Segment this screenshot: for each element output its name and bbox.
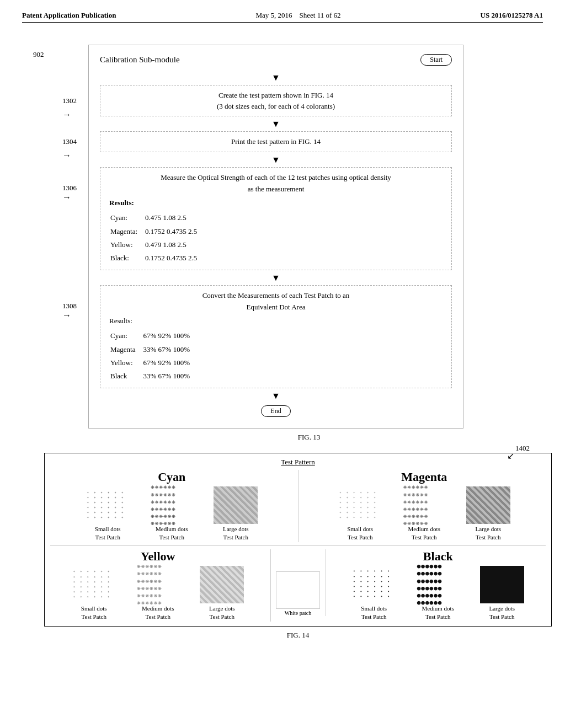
- patch-label-black-medium: Medium dots Test Patch: [422, 604, 454, 622]
- end-wrapper: End: [100, 403, 452, 419]
- patch-label-black-small: Small dots Test Patch: [361, 604, 387, 622]
- tp-title: Test Pattern: [50, 458, 546, 467]
- header-date: May 5, 2016 Sheet 11 of 62: [255, 11, 340, 20]
- cyan-section: Cyan ✦ ✦ ✦ ✦ ✦ ✦ ✦ ✦ ✦ ✦ ✦ ✦ ✦ ✦ ✦ ✦ ✦ ✦…: [50, 470, 299, 542]
- magenta-large-dots: Large dots Test Patch: [458, 486, 519, 542]
- patch-label-yellow-large: Large dots Test Patch: [209, 604, 235, 622]
- yellow-small-dots: ✦ ✦ ✦ ✦ ✦ ✦ ✦ ✦ ✦ ✦ ✦ ✦ ✦ ✦ ✦ ✦ ✦ ✦ ✦ ✦ …: [63, 566, 124, 622]
- patch-label-magenta-small: Small dots Test Patch: [347, 525, 373, 542]
- magenta-small-grid: ✦ ✦ ✦ ✦ ✦ ✦ ✦ ✦ ✦ ✦ ✦ ✦ ✦ ✦ ✦ ✦ ✦ ✦ ✦ ✦ …: [338, 486, 382, 524]
- black-section: Black • • • • • • • • • • • • • • • • • …: [326, 549, 546, 622]
- table-row: Cyan: 67% 92% 100%: [110, 330, 196, 342]
- page-header: Patent Application Publication May 5, 20…: [22, 11, 543, 23]
- label-902: 902: [33, 50, 44, 59]
- arrow-to-box3: →: [62, 192, 71, 202]
- arrow-to-box1: →: [62, 110, 71, 120]
- fc-title: Calibration Sub-module: [100, 55, 180, 65]
- arrow-5: ▼: [100, 390, 452, 401]
- results2-block: Results: Cyan: 67% 92% 100% Magenta 33% …: [109, 315, 443, 383]
- arrow-to-box4: →: [62, 311, 71, 320]
- box3-wrapper: 1306 → Measure the Optical Strength of e…: [100, 167, 452, 270]
- arrow-4: ▼: [100, 272, 452, 283]
- arrow-1402: ↙: [507, 451, 514, 461]
- flowchart-container: Calibration Sub-module Start ▼ 1302 → Cr…: [88, 45, 463, 429]
- patch-label-cyan-medium: Medium dots Test Patch: [156, 525, 188, 542]
- box4-title: Convert the Measurements of each Test Pa…: [109, 290, 443, 313]
- yellow-medium-grid: ❋❋❋❋❋❋ ❋❋❋❋❋❋ ❋❋❋❋❋❋ ❋❋❋❋❋❋ ❋❋❋❋❋❋ ❋❋❋❋❋…: [136, 566, 180, 603]
- page: Patent Application Publication May 5, 20…: [0, 0, 565, 728]
- patch-label-black-large: Large dots Test Patch: [489, 604, 515, 622]
- table-row: Black: 0.1752 0.4735 2.5: [110, 252, 204, 264]
- yellow-medium-dots: ❋❋❋❋❋❋ ❋❋❋❋❋❋ ❋❋❋❋❋❋ ❋❋❋❋❋❋ ❋❋❋❋❋❋ ❋❋❋❋❋…: [127, 566, 188, 622]
- table-row: Black 33% 67% 100%: [110, 370, 196, 382]
- cyan-patches: ✦ ✦ ✦ ✦ ✦ ✦ ✦ ✦ ✦ ✦ ✦ ✦ ✦ ✦ ✦ ✦ ✦ ✦ ✦ ✦ …: [50, 486, 294, 542]
- patch-label-cyan-small: Small dots Test Patch: [95, 525, 121, 542]
- box3: Measure the Optical Strength of each of …: [100, 167, 452, 270]
- cyan-medium-grid: ❋❋❋❋❋❋ ❋❋❋❋❋❋ ❋❋❋❋❋❋ ❋❋❋❋❋❋ ❋❋❋❋❋❋ ❋❋❋❋❋…: [150, 486, 194, 524]
- main-content: 902 Calibration Sub-module Start ▼ 1302 …: [22, 39, 543, 640]
- box2: Print the test pattern in FIG. 14: [100, 131, 452, 152]
- magenta-label: Magenta: [303, 470, 546, 484]
- arrow-3: ▼: [100, 154, 452, 165]
- tp-bottom-row: Yellow ✦ ✦ ✦ ✦ ✦ ✦ ✦ ✦ ✦ ✦ ✦ ✦ ✦ ✦ ✦ ✦ ✦…: [50, 549, 546, 622]
- label-1304: 1304: [62, 137, 77, 146]
- label-1302: 1302: [62, 97, 77, 105]
- magenta-patches: ✦ ✦ ✦ ✦ ✦ ✦ ✦ ✦ ✦ ✦ ✦ ✦ ✦ ✦ ✦ ✦ ✦ ✦ ✦ ✦ …: [303, 486, 546, 542]
- cyan-small-grid: ✦ ✦ ✦ ✦ ✦ ✦ ✦ ✦ ✦ ✦ ✦ ✦ ✦ ✦ ✦ ✦ ✦ ✦ ✦ ✦ …: [86, 486, 130, 524]
- fc-header: Calibration Sub-module Start: [100, 54, 452, 66]
- black-label: Black: [331, 549, 546, 564]
- black-large-dots: Large dots Test Patch: [472, 566, 532, 622]
- tp-top-row: Cyan ✦ ✦ ✦ ✦ ✦ ✦ ✦ ✦ ✦ ✦ ✦ ✦ ✦ ✦ ✦ ✦ ✦ ✦…: [50, 470, 546, 546]
- yellow-patches: ✦ ✦ ✦ ✦ ✦ ✦ ✦ ✦ ✦ ✦ ✦ ✦ ✦ ✦ ✦ ✦ ✦ ✦ ✦ ✦ …: [50, 566, 266, 622]
- patch-label-cyan-large: Large dots Test Patch: [223, 525, 249, 542]
- fig13-label: FIG. 13: [88, 433, 530, 442]
- header-left: Patent Application Publication: [22, 11, 116, 20]
- table-row: Yellow: 67% 92% 100%: [110, 357, 196, 369]
- patch-label-yellow-medium: Medium dots Test Patch: [142, 604, 174, 622]
- yellow-small-grid: ✦ ✦ ✦ ✦ ✦ ✦ ✦ ✦ ✦ ✦ ✦ ✦ ✦ ✦ ✦ ✦ ✦ ✦ ✦ ✦ …: [72, 566, 116, 603]
- table-row: Magenta: 0.1752 0.4735 2.5: [110, 226, 204, 238]
- arrow-2: ▼: [100, 119, 452, 129]
- black-large-fill: [480, 566, 524, 603]
- black-medium-dots: ●●●●●● ●●●●●● ●●●●●● ●●●●●● ●●●●●● ●●●●●…: [408, 566, 468, 622]
- start-button: Start: [420, 54, 452, 66]
- cyan-large-dots: Large dots Test Patch: [205, 486, 266, 542]
- label-1306: 1306: [62, 184, 77, 192]
- black-small-grid: • • • • • • • • • • • • • • • • • • • • …: [352, 566, 396, 603]
- patch-label-yellow-small: Small dots Test Patch: [81, 604, 107, 622]
- black-patches: • • • • • • • • • • • • • • • • • • • • …: [331, 566, 546, 622]
- cyan-small-dots: ✦ ✦ ✦ ✦ ✦ ✦ ✦ ✦ ✦ ✦ ✦ ✦ ✦ ✦ ✦ ✦ ✦ ✦ ✦ ✦ …: [77, 486, 138, 542]
- magenta-large-fill: [466, 486, 510, 524]
- cyan-medium-dots: ❋❋❋❋❋❋ ❋❋❋❋❋❋ ❋❋❋❋❋❋ ❋❋❋❋❋❋ ❋❋❋❋❋❋ ❋❋❋❋❋…: [141, 486, 202, 542]
- white-patch-label: White patch: [285, 610, 312, 616]
- patch-label-magenta-medium: Medium dots Test Patch: [408, 525, 440, 542]
- yellow-section: Yellow ✦ ✦ ✦ ✦ ✦ ✦ ✦ ✦ ✦ ✦ ✦ ✦ ✦ ✦ ✦ ✦ ✦…: [50, 549, 271, 622]
- magenta-medium-grid: ❋❋❋❋❋❋ ❋❋❋❋❋❋ ❋❋❋❋❋❋ ❋❋❋❋❋❋ ❋❋❋❋❋❋ ❋❋❋❋❋…: [402, 486, 446, 524]
- cyan-label: Cyan: [50, 470, 294, 484]
- black-small-dots: • • • • • • • • • • • • • • • • • • • • …: [344, 566, 404, 622]
- patch-label-magenta-large: Large dots Test Patch: [475, 525, 501, 542]
- test-pattern-section: Test Pattern Cyan ✦ ✦ ✦ ✦ ✦ ✦ ✦ ✦ ✦ ✦ ✦ …: [44, 453, 552, 627]
- results-block: Results: Cyan: 0.475 1.08 2.5 Magenta: 0…: [109, 197, 443, 265]
- table-row: Cyan: 0.475 1.08 2.5: [110, 212, 204, 224]
- yellow-label: Yellow: [50, 549, 266, 564]
- box1: Create the test pattern shown in FIG. 14…: [100, 85, 452, 116]
- results-table: Cyan: 0.475 1.08 2.5 Magenta: 0.1752 0.4…: [109, 211, 205, 265]
- fig14-label: FIG. 14: [44, 631, 552, 640]
- results2-table: Cyan: 67% 92% 100% Magenta 33% 67% 100% …: [109, 329, 198, 383]
- box4-wrapper: 1308 → Convert the Measurements of each …: [100, 285, 452, 388]
- white-patch: [276, 571, 320, 609]
- black-medium-grid: ●●●●●● ●●●●●● ●●●●●● ●●●●●● ●●●●●● ●●●●●…: [416, 566, 460, 603]
- magenta-medium-dots: ❋❋❋❋❋❋ ❋❋❋❋❋❋ ❋❋❋❋❋❋ ❋❋❋❋❋❋ ❋❋❋❋❋❋ ❋❋❋❋❋…: [394, 486, 455, 542]
- box1-wrapper: 1302 → Create the test pattern shown in …: [100, 85, 452, 116]
- magenta-section: Magenta ✦ ✦ ✦ ✦ ✦ ✦ ✦ ✦ ✦ ✦ ✦ ✦ ✦ ✦ ✦ ✦ …: [299, 470, 546, 542]
- label-1308: 1308: [62, 302, 77, 311]
- label-1402: 1402: [515, 444, 530, 453]
- yellow-large-fill: [200, 566, 244, 603]
- arrow-to-box2: →: [62, 151, 71, 160]
- table-row: Yellow: 0.479 1.08 2.5: [110, 239, 204, 251]
- yellow-large-dots: Large dots Test Patch: [191, 566, 252, 622]
- header-right: US 2016/0125278 A1: [481, 11, 543, 20]
- cyan-large-fill: [214, 486, 258, 524]
- white-patch-section: White patch: [271, 549, 326, 616]
